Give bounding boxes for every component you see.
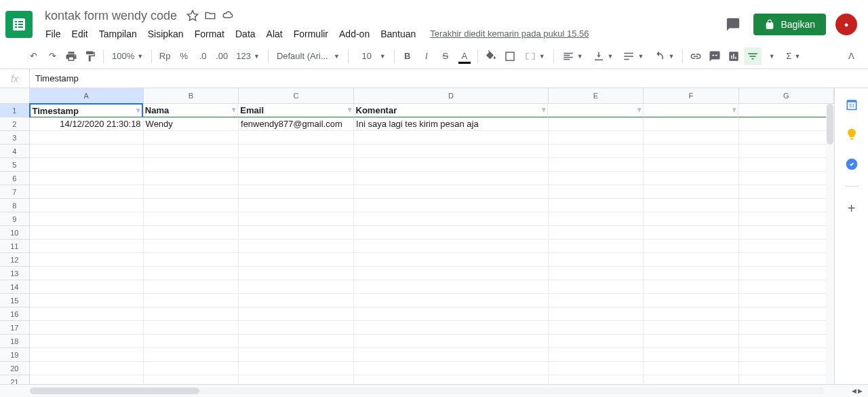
menu-file[interactable]: File (41, 26, 66, 42)
cell-B10[interactable] (144, 226, 239, 240)
cell-B16[interactable] (144, 307, 239, 321)
fill-color-button[interactable] (482, 48, 500, 65)
cell-G11[interactable] (739, 240, 834, 253)
cell-D5[interactable] (354, 158, 549, 172)
font-dropdown[interactable]: Default (Ari...▼ (273, 48, 344, 65)
collapse-toolbar-icon[interactable]: ᐱ (842, 48, 860, 65)
col-header-B[interactable]: B (144, 88, 239, 103)
cell-D17[interactable] (354, 321, 549, 335)
row-header[interactable]: 15 (0, 294, 30, 307)
row-header[interactable]: 3 (0, 131, 30, 145)
cell-A11[interactable] (30, 240, 144, 253)
print-icon[interactable] (62, 48, 80, 65)
cell-D4[interactable] (354, 145, 549, 158)
cell-D1[interactable]: Komentar▾ (354, 104, 549, 117)
cell-B9[interactable] (144, 212, 239, 226)
menu-help[interactable]: Bantuan (376, 26, 420, 42)
cell-E19[interactable] (549, 348, 644, 362)
cell-E16[interactable] (549, 307, 644, 321)
cell-C15[interactable] (239, 294, 354, 307)
move-icon[interactable] (204, 10, 216, 22)
cell-A21[interactable] (30, 375, 144, 384)
row-header[interactable]: 2 (0, 117, 30, 131)
rotate-button[interactable]: ▼ (649, 48, 678, 65)
zoom-dropdown[interactable]: 100%▼ (108, 48, 147, 65)
user-avatar[interactable]: ● (835, 14, 857, 35)
cell-F12[interactable] (644, 253, 738, 267)
row-header[interactable]: 9 (0, 212, 30, 226)
cell-B17[interactable] (144, 321, 239, 335)
col-header-E[interactable]: E (549, 88, 644, 103)
cell-D15[interactable] (354, 294, 549, 307)
cell-A13[interactable] (30, 267, 144, 280)
cell-D2[interactable]: Ini saya lagi tes kirim pesan aja (354, 117, 549, 131)
cell-A4[interactable] (30, 145, 144, 158)
menu-data[interactable]: Data (231, 26, 260, 42)
undo-icon[interactable]: ↶ (24, 48, 42, 65)
cell-F6[interactable] (644, 172, 738, 185)
row-header[interactable]: 20 (0, 362, 30, 375)
row-header[interactable]: 18 (0, 335, 30, 348)
cell-A1[interactable]: Timestamp▾ (29, 103, 143, 117)
increase-decimal-button[interactable]: .00 (213, 48, 231, 65)
cell-G19[interactable] (739, 348, 834, 362)
cell-A6[interactable] (30, 172, 144, 185)
cell-B12[interactable] (144, 253, 239, 267)
cell-C14[interactable] (239, 280, 354, 294)
halign-button[interactable]: ▼ (558, 48, 587, 65)
cell-D10[interactable] (354, 226, 549, 240)
cell-D9[interactable] (354, 212, 549, 226)
menu-edit[interactable]: Edit (67, 26, 93, 42)
cell-A19[interactable] (30, 348, 144, 362)
cell-D11[interactable] (354, 240, 549, 253)
cell-G4[interactable] (739, 145, 834, 158)
cell-F3[interactable] (644, 131, 738, 145)
cell-A16[interactable] (30, 307, 144, 321)
cell-F15[interactable] (644, 294, 738, 307)
cell-F18[interactable] (644, 335, 738, 348)
cell-F1[interactable]: ▾ (644, 104, 739, 117)
filter-icon[interactable]: ▾ (348, 105, 352, 114)
cell-C11[interactable] (239, 240, 354, 253)
cell-B2[interactable]: Wendy (144, 117, 239, 131)
calendar-icon[interactable]: 31 (844, 96, 860, 113)
chart-button[interactable] (725, 48, 743, 65)
row-header[interactable]: 19 (0, 348, 30, 362)
cell-D20[interactable] (354, 362, 549, 375)
cell-G8[interactable] (739, 199, 834, 212)
borders-button[interactable] (501, 48, 519, 65)
cell-G3[interactable] (739, 131, 834, 145)
cell-F19[interactable] (644, 348, 738, 362)
cell-F17[interactable] (644, 321, 738, 335)
cell-G18[interactable] (739, 335, 834, 348)
cell-G14[interactable] (739, 280, 834, 294)
cell-B5[interactable] (144, 158, 239, 172)
cell-D16[interactable] (354, 307, 549, 321)
cell-C6[interactable] (239, 172, 354, 185)
cell-F9[interactable] (644, 212, 738, 226)
row-header[interactable]: 17 (0, 321, 30, 335)
cell-F14[interactable] (644, 280, 738, 294)
menu-form[interactable]: Formulir (289, 26, 333, 42)
cell-F11[interactable] (644, 240, 738, 253)
cell-E20[interactable] (549, 362, 644, 375)
menu-insert[interactable]: Sisipkan (143, 26, 189, 42)
comments-icon[interactable] (722, 14, 744, 35)
filter-icon[interactable]: ▾ (136, 106, 140, 115)
cell-F13[interactable] (644, 267, 738, 280)
cell-G10[interactable] (739, 226, 834, 240)
cell-G1[interactable] (738, 104, 834, 117)
cell-C7[interactable] (239, 185, 354, 199)
cell-A20[interactable] (30, 362, 144, 375)
cell-G20[interactable] (739, 362, 834, 375)
cell-E3[interactable] (549, 131, 644, 145)
cell-C16[interactable] (239, 307, 354, 321)
share-button[interactable]: Bagikan (753, 14, 826, 35)
cell-A3[interactable] (30, 131, 144, 145)
cell-C18[interactable] (239, 335, 354, 348)
cell-C10[interactable] (239, 226, 354, 240)
filter-button[interactable] (744, 48, 762, 65)
cell-B18[interactable] (144, 335, 239, 348)
tasks-icon[interactable] (844, 156, 860, 172)
cell-G15[interactable] (739, 294, 834, 307)
